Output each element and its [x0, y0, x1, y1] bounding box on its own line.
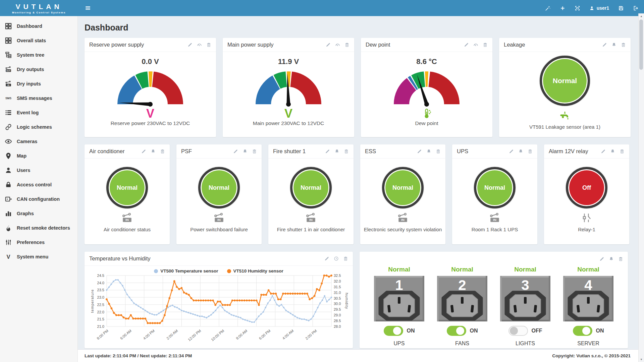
- sidebar-item-graphs[interactable]: Graphs: [0, 206, 77, 221]
- edit-icon[interactable]: [417, 149, 422, 154]
- status-circle[interactable]: Normal: [382, 167, 424, 208]
- outlet-name: FANS: [455, 341, 469, 347]
- bell-icon[interactable]: [610, 149, 615, 154]
- scroll-down-arrow[interactable]: ▼: [639, 357, 644, 362]
- sensor-description: Reserve power 230VAC to 12VDC: [85, 120, 216, 126]
- delete-icon[interactable]: [618, 256, 623, 261]
- toggle-state-label: ON: [470, 328, 478, 334]
- scroll-up-arrow[interactable]: ▲: [639, 13, 644, 19]
- sidebar-item-label: Logic schemes: [17, 124, 52, 130]
- svg-text:23.5: 23.5: [97, 288, 104, 292]
- status-circle[interactable]: Normal: [198, 167, 240, 208]
- vertical-scrollbar[interactable]: ▲ ▼: [638, 13, 644, 362]
- outlet-toggle-lights[interactable]: [508, 326, 528, 336]
- gauge-icon[interactable]: [197, 42, 202, 47]
- sidebar-item-dashboard[interactable]: Dashboard: [0, 19, 77, 33]
- gauge: [111, 66, 189, 107]
- status-circle[interactable]: Normal: [540, 56, 590, 106]
- sidebar-item-sms-messages[interactable]: SMSSMS messages: [0, 91, 77, 105]
- edit-icon[interactable]: [141, 149, 146, 154]
- delete-icon[interactable]: [206, 42, 211, 47]
- delete-icon[interactable]: [252, 149, 257, 154]
- delete-icon[interactable]: [343, 256, 348, 261]
- sidebar-item-system-tree[interactable]: System tree: [0, 48, 77, 62]
- delete-icon[interactable]: [160, 149, 165, 154]
- save-icon[interactable]: [618, 5, 624, 11]
- sidebar-item-reset-smoke-detectors[interactable]: Reset smoke detectors: [0, 221, 77, 235]
- outlet-toggle-server[interactable]: [573, 326, 592, 336]
- edit-icon[interactable]: [325, 149, 330, 154]
- delete-icon[interactable]: [436, 149, 441, 154]
- edit-icon[interactable]: [602, 42, 607, 47]
- edit-icon[interactable]: [233, 149, 238, 154]
- gauge-icon[interactable]: [335, 42, 340, 47]
- sidebar-item-preferences[interactable]: Preferences: [0, 235, 77, 249]
- eye-icon: [5, 138, 12, 145]
- sidebar-item-event-log[interactable]: Event log: [0, 105, 77, 120]
- logout-icon[interactable]: [633, 5, 639, 11]
- delete-icon[interactable]: [344, 149, 349, 154]
- legend-item[interactable]: VT510 Humidity sensor: [227, 268, 283, 274]
- sidebar-item-overall-stats[interactable]: Overall stats: [0, 33, 77, 48]
- card-actions: [509, 149, 533, 154]
- topbar-actions: user1: [545, 5, 644, 11]
- card-power-outlets: Normal1ONUPSNormal2ONFANSNormal3OFFLIGHT…: [360, 252, 628, 348]
- delete-icon[interactable]: [621, 42, 626, 47]
- card-actions: [233, 149, 257, 154]
- sidebar-item-can-configuration[interactable]: CAN configuration: [0, 192, 77, 206]
- legend-item[interactable]: VT500 Temperature sensor: [154, 268, 218, 274]
- edit-icon[interactable]: [509, 149, 514, 154]
- status-body: NormalINRoom 1 Rack 1 UPS: [452, 159, 537, 244]
- delete-icon[interactable]: [344, 42, 350, 47]
- bell-icon[interactable]: [426, 149, 431, 154]
- bell-icon[interactable]: [518, 149, 523, 154]
- delete-icon[interactable]: [483, 42, 488, 47]
- status-circle[interactable]: Normal: [474, 167, 516, 208]
- page-title: Dashboard: [85, 23, 636, 33]
- edit-icon[interactable]: [599, 256, 604, 261]
- sidebar-item-map[interactable]: Map: [0, 148, 77, 163]
- user-icon: [5, 167, 12, 174]
- outlet-toggle-fans[interactable]: [447, 326, 466, 336]
- status-circle[interactable]: Off: [566, 167, 607, 208]
- delete-icon[interactable]: [528, 149, 533, 154]
- bell-icon[interactable]: [243, 149, 248, 154]
- svg-text:IN: IN: [493, 218, 496, 222]
- sidebar-item-cameras[interactable]: Cameras: [0, 134, 77, 148]
- bell-icon[interactable]: [334, 149, 339, 154]
- edit-icon[interactable]: [324, 256, 329, 261]
- bell-icon[interactable]: [151, 149, 156, 154]
- power-outlet-socket: 3: [500, 276, 550, 321]
- edit-icon[interactable]: [601, 149, 606, 154]
- card-dew-point: Dew point8.6 °CDew point: [361, 38, 492, 137]
- outlet-toggle-ups[interactable]: [384, 326, 403, 336]
- scrollbar-thumb[interactable]: [639, 19, 643, 70]
- wizard-icon[interactable]: [545, 5, 551, 11]
- status-circle[interactable]: Normal: [106, 167, 148, 208]
- sidebar-item-system-menu[interactable]: VSystem menu: [0, 249, 77, 264]
- card-title: Leakage: [504, 42, 525, 48]
- sidebar-item-dry-outputs[interactable]: OUTDry outputs: [0, 62, 77, 76]
- edit-icon[interactable]: [464, 42, 469, 47]
- sidebar-item-access-control[interactable]: Access control: [0, 177, 77, 192]
- sidebar-item-label: System menu: [17, 254, 48, 259]
- status-body: NormalVT591 Leakage sensor (area 1): [499, 52, 631, 137]
- edit-icon[interactable]: [187, 42, 193, 47]
- sidebar-toggle-button[interactable]: [80, 0, 96, 16]
- fit-screen-icon[interactable]: [575, 5, 580, 11]
- sidebar-item-dry-inputs[interactable]: INDry inputs: [0, 76, 77, 91]
- user-menu[interactable]: user1: [589, 5, 609, 11]
- bell-icon[interactable]: [611, 42, 616, 47]
- history-icon[interactable]: [334, 256, 339, 261]
- sidebar-item-users[interactable]: Users: [0, 163, 77, 177]
- gauge-cards-row: Reserve power supply0.0 VVReserve power …: [85, 38, 636, 137]
- sidebar-item-logic-schemes[interactable]: Logic schemes: [0, 120, 77, 134]
- power-outlet-socket: 4: [563, 276, 613, 321]
- gauge-icon[interactable]: [473, 42, 478, 47]
- edit-icon[interactable]: [326, 42, 331, 47]
- status-circle[interactable]: Normal: [290, 167, 332, 208]
- bell-icon[interactable]: [609, 256, 614, 261]
- lock-icon: [5, 181, 12, 188]
- delete-icon[interactable]: [620, 149, 625, 154]
- add-icon[interactable]: [560, 5, 566, 11]
